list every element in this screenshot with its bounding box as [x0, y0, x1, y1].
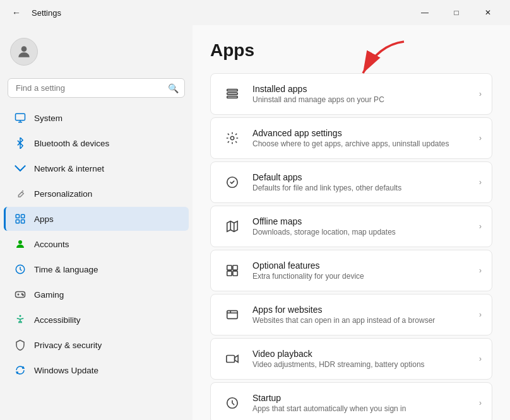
sidebar-label-bluetooth: Bluetooth & devices: [34, 139, 109, 148]
default-apps-desc: Defaults for file and link types, other …: [252, 184, 479, 192]
sidebar-item-gaming[interactable]: Gaming: [4, 283, 189, 306]
svg-point-10: [23, 295, 24, 296]
system-icon: [14, 112, 27, 124]
sidebar-item-privacy-security[interactable]: Privacy & security: [4, 333, 189, 357]
accounts-icon: [14, 238, 27, 250]
svg-rect-3: [21, 214, 25, 218]
window-title: Settings: [32, 8, 61, 18]
svg-point-11: [20, 315, 21, 317]
title-bar-left: ← Settings: [8, 4, 61, 21]
svg-rect-13: [227, 90, 238, 91]
accessibility-icon: [14, 313, 27, 326]
settings-item-optional-features[interactable]: Optional features Extra functionality fo…: [210, 250, 492, 291]
chevron-right-icon: ›: [479, 222, 482, 231]
sidebar-label-accounts: Accounts: [34, 240, 69, 249]
advanced-app-settings-title: Advanced app settings: [252, 128, 479, 138]
privacy-icon: [14, 339, 27, 351]
sidebar-item-network[interactable]: Network & internet: [4, 156, 189, 180]
sidebar-label-network: Network & internet: [34, 164, 104, 173]
sidebar-item-system[interactable]: System: [4, 106, 189, 130]
windows-update-icon: [14, 364, 27, 376]
settings-item-video-playback[interactable]: Video playback Video adjustments, HDR st…: [210, 338, 492, 380]
network-icon: [14, 162, 27, 175]
video-playback-icon: [221, 347, 244, 370]
chevron-right-icon: ›: [479, 178, 482, 187]
startup-icon: [221, 392, 244, 414]
svg-rect-1: [16, 114, 25, 120]
close-button[interactable]: ✕: [473, 3, 502, 23]
sidebar: 🔍 System Bluetooth & devices Network & i…: [0, 25, 193, 420]
settings-item-apps-for-websites[interactable]: Apps for websites Websites that can open…: [210, 294, 492, 335]
settings-item-advanced-app-settings[interactable]: Advanced app settings Choose where to ge…: [210, 117, 492, 159]
default-apps-title: Default apps: [252, 172, 479, 182]
settings-item-startup[interactable]: Startup Apps that start automatically wh…: [210, 382, 492, 420]
advanced-app-settings-icon: [221, 127, 244, 149]
sidebar-item-windows-update[interactable]: Windows Update: [4, 358, 189, 382]
sidebar-item-personalization[interactable]: Personalization: [4, 182, 189, 206]
settings-item-default-apps[interactable]: Default apps Defaults for file and link …: [210, 161, 492, 203]
svg-rect-2: [16, 214, 19, 218]
svg-rect-18: [227, 265, 232, 270]
apps-for-websites-title: Apps for websites: [252, 305, 479, 315]
personalization-icon: [14, 187, 27, 200]
search-input[interactable]: [8, 78, 185, 98]
title-bar: ← Settings — □ ✕: [0, 0, 510, 25]
svg-rect-5: [21, 220, 25, 223]
chevron-right-icon: ›: [479, 134, 482, 143]
sidebar-label-privacy-security: Privacy & security: [34, 341, 102, 350]
settings-item-installed-apps[interactable]: Installed apps Uninstall and manage apps…: [210, 73, 492, 115]
svg-rect-22: [227, 311, 238, 319]
chevron-right-icon: ›: [479, 90, 482, 98]
sidebar-label-gaming: Gaming: [34, 290, 64, 300]
sidebar-label-windows-update: Windows Update: [34, 366, 98, 375]
svg-rect-21: [233, 271, 237, 276]
apps-icon: [14, 213, 27, 225]
user-section: [0, 30, 193, 73]
svg-rect-23: [227, 356, 235, 363]
offline-maps-icon: [221, 215, 244, 238]
offline-maps-desc: Downloads, storage location, map updates: [252, 228, 479, 236]
svg-point-6: [18, 240, 22, 244]
content-area: Apps Installed apps Uninstall: [193, 25, 510, 420]
sidebar-label-apps: Apps: [34, 214, 54, 224]
advanced-app-settings-text: Advanced app settings Choose where to ge…: [252, 128, 479, 148]
optional-features-desc: Extra functionality for your device: [252, 272, 479, 281]
sidebar-label-time-language: Time & language: [34, 265, 98, 274]
settings-item-offline-maps[interactable]: Offline maps Downloads, storage location…: [210, 206, 492, 247]
window-controls: — □ ✕: [410, 3, 502, 23]
page-title: Apps: [210, 40, 492, 61]
sidebar-item-accessibility[interactable]: Accessibility: [4, 308, 189, 332]
startup-text: Startup Apps that start automatically wh…: [252, 393, 479, 413]
apps-for-websites-icon: [221, 303, 244, 326]
svg-rect-14: [227, 93, 238, 95]
apps-for-websites-desc: Websites that can open in an app instead…: [252, 316, 479, 325]
sidebar-item-apps[interactable]: Apps: [4, 207, 189, 231]
bluetooth-icon: [14, 137, 27, 149]
svg-point-16: [230, 136, 234, 140]
chevron-right-icon: ›: [479, 354, 482, 363]
video-playback-text: Video playback Video adjustments, HDR st…: [252, 349, 479, 369]
default-apps-text: Default apps Defaults for file and link …: [252, 172, 479, 192]
sidebar-label-system: System: [34, 114, 62, 123]
video-playback-title: Video playback: [252, 349, 479, 359]
gaming-icon: [14, 288, 27, 301]
back-button[interactable]: ←: [8, 4, 25, 21]
time-language-icon: [14, 263, 27, 276]
sidebar-label-accessibility: Accessibility: [34, 315, 81, 325]
sidebar-item-bluetooth[interactable]: Bluetooth & devices: [4, 131, 189, 155]
minimize-button[interactable]: —: [410, 3, 439, 23]
installed-apps-text: Installed apps Uninstall and manage apps…: [252, 84, 479, 104]
svg-point-0: [21, 46, 27, 52]
startup-desc: Apps that start automatically when you s…: [252, 404, 479, 413]
chevron-right-icon: ›: [479, 310, 482, 319]
sidebar-item-accounts[interactable]: Accounts: [4, 232, 189, 256]
main-layout: 🔍 System Bluetooth & devices Network & i…: [0, 25, 510, 420]
maximize-button[interactable]: □: [442, 3, 471, 23]
optional-features-icon: [221, 259, 244, 282]
svg-rect-19: [233, 265, 237, 270]
optional-features-text: Optional features Extra functionality fo…: [252, 260, 479, 281]
sidebar-item-time-language[interactable]: Time & language: [4, 257, 189, 281]
video-playback-desc: Video adjustments, HDR streaming, batter…: [252, 360, 479, 369]
optional-features-title: Optional features: [252, 260, 479, 271]
search-box: 🔍: [8, 78, 185, 98]
